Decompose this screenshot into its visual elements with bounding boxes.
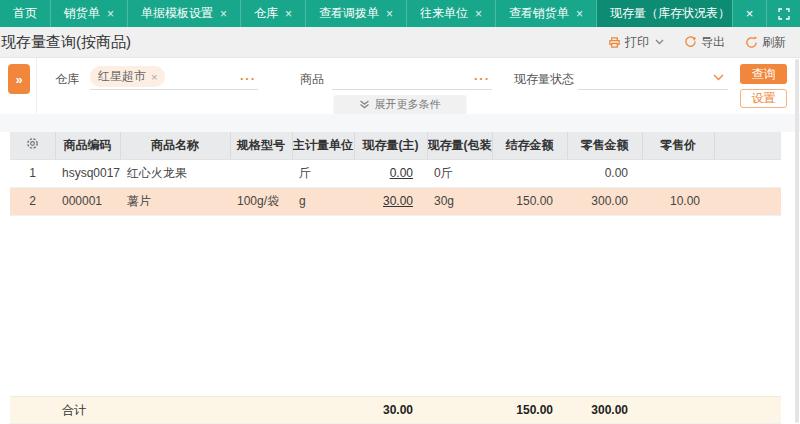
print-label: 打印: [625, 34, 649, 51]
export-icon: [684, 36, 697, 49]
status-select[interactable]: [578, 64, 728, 90]
warehouse-input[interactable]: 红星超市 × ···: [90, 64, 258, 90]
totals-qty-main: 30.00: [354, 397, 427, 424]
table-row[interactable]: 1hsysq0017...红心火龙果斤0.000斤0.00: [10, 159, 781, 187]
column-header[interactable]: 现存量(包装): [427, 132, 492, 159]
table-body: 1hsysq0017...红心火龙果斤0.000斤0.002000001薯片10…: [10, 159, 781, 215]
column-header[interactable]: 规格型号: [230, 132, 292, 159]
cell-unit: 斤: [292, 159, 354, 187]
tab-item[interactable]: 首页: [0, 0, 51, 27]
column-settings-button[interactable]: [10, 132, 55, 159]
cell-filler: [714, 159, 781, 187]
tab-item[interactable]: 销货单×: [51, 0, 128, 27]
tab-label: 单据模板设置: [141, 5, 213, 22]
tab-label: 查看销货单: [509, 5, 569, 22]
table-header-row: 商品编码商品名称规格型号主计量单位现存量(主)现存量(包装)结存金额零售金额零售…: [10, 132, 781, 159]
warehouse-tag: 红星超市 ×: [90, 66, 165, 87]
tab-item[interactable]: 查看销货单×: [496, 0, 597, 27]
cell-retail-amount: 0.00: [567, 159, 642, 187]
page-title: 现存量查询(按商品): [1, 33, 608, 52]
cell-spec: [230, 159, 292, 187]
warehouse-lookup-icon[interactable]: ···: [240, 71, 256, 86]
cell-name: 红心火龙果: [120, 159, 230, 187]
tab-close-icon[interactable]: ×: [285, 7, 292, 21]
column-header[interactable]: 零售金额: [567, 132, 642, 159]
tab-close-icon[interactable]: ×: [386, 7, 393, 21]
tab-close-icon[interactable]: ×: [220, 7, 227, 21]
product-input[interactable]: ···: [332, 64, 492, 90]
warehouse-tag-label: 红星超市: [98, 68, 146, 85]
export-button[interactable]: 导出: [684, 34, 725, 51]
refresh-icon: [745, 36, 758, 49]
cell-retail-amount: 300.00: [567, 187, 642, 215]
cell-qty-main: 30.00: [354, 187, 427, 215]
printer-icon: [608, 36, 621, 49]
settings-button[interactable]: 设置: [740, 89, 787, 108]
table-row[interactable]: 2000001薯片100g/袋g30.0030g150.00300.0010.0…: [10, 187, 781, 215]
column-header[interactable]: 结存金额: [492, 132, 567, 159]
refresh-label: 刷新: [762, 34, 786, 51]
cell-balance-amount: 150.00: [492, 187, 567, 215]
double-chevron-right-icon: »: [15, 72, 22, 87]
vertical-scrollbar[interactable]: [795, 59, 799, 423]
tab-label: 现存量（库存状况表）: [610, 5, 730, 22]
tab-close-icon[interactable]: ×: [107, 7, 114, 21]
column-header[interactable]: 零售价: [642, 132, 714, 159]
tab-label: 查看调拨单: [319, 5, 379, 22]
totals-row: 合计 30.00 150.00 300.00: [10, 397, 781, 424]
export-label: 导出: [701, 34, 725, 51]
tag-remove-icon[interactable]: ×: [151, 71, 157, 83]
cell-spec: 100g/袋: [230, 187, 292, 215]
cell-code: 000001: [55, 187, 120, 215]
tab-active[interactable]: 现存量（库存状况表）×: [597, 0, 732, 27]
cell-retail-price: [642, 159, 714, 187]
totals-empty-cell: [10, 397, 55, 424]
tab-item[interactable]: 单据模板设置×: [128, 0, 241, 27]
cell-qty-pack: 30g: [427, 187, 492, 215]
tab-item[interactable]: 往来单位×: [407, 0, 496, 27]
tab-label: 往来单位: [420, 5, 468, 22]
cell-balance-amount: [492, 159, 567, 187]
query-button[interactable]: 查询: [740, 64, 787, 84]
fullscreen-icon[interactable]: [766, 0, 800, 27]
tab-bar: 首页销货单×单据模板设置×仓库×查看调拨单×往来单位×查看销货单×现存量（库存状…: [0, 0, 800, 27]
tab-bar-controls: ×: [732, 0, 800, 27]
tab-label: 仓库: [254, 5, 278, 22]
tab-label: 首页: [13, 5, 37, 22]
tab-close-icon[interactable]: ×: [576, 7, 583, 21]
print-button[interactable]: 打印: [608, 34, 664, 51]
column-header[interactable]: 商品名称: [120, 132, 230, 159]
qty-main-link[interactable]: 30.00: [383, 194, 413, 208]
tab-item[interactable]: 查看调拨单×: [306, 0, 407, 27]
product-lookup-icon[interactable]: ···: [474, 71, 490, 86]
tab-item[interactable]: 仓库×: [241, 0, 306, 27]
toolbar-actions: 打印 导出 刷新: [608, 34, 786, 51]
status-label: 现存量状态: [514, 71, 574, 88]
double-chevron-down-icon: [360, 100, 370, 109]
expand-more-conditions[interactable]: 展开更多条件: [334, 95, 467, 114]
column-header-filler: [714, 132, 781, 159]
totals-label: 合计: [55, 397, 120, 424]
qty-main-link[interactable]: 0.00: [390, 166, 413, 180]
collapse-panel-handle[interactable]: »: [8, 64, 30, 94]
spacer-band: [0, 114, 800, 132]
gear-icon: [26, 137, 39, 150]
panel-divider: [36, 58, 37, 114]
filter-panel: » 仓库 红星超市 × ··· 商品 ··· 现存量状态 查询 设置 展开更多条…: [0, 58, 800, 114]
cell-row-number: 1: [10, 159, 55, 187]
column-header[interactable]: 主计量单位: [292, 132, 354, 159]
cell-unit: g: [292, 187, 354, 215]
column-header[interactable]: 现存量(主): [354, 132, 427, 159]
cell-name: 薯片: [120, 187, 230, 215]
refresh-button[interactable]: 刷新: [745, 34, 786, 51]
chevron-down-icon[interactable]: [655, 39, 664, 45]
close-tab-icon[interactable]: ×: [732, 0, 766, 27]
cell-row-number: 2: [10, 187, 55, 215]
cell-filler: [714, 187, 781, 215]
column-header[interactable]: 商品编码: [55, 132, 120, 159]
tab-close-icon[interactable]: ×: [475, 7, 482, 21]
tab-bar-tabs: 首页销货单×单据模板设置×仓库×查看调拨单×往来单位×查看销货单×现存量（库存状…: [0, 0, 732, 27]
cell-qty-main: 0.00: [354, 159, 427, 187]
select-chevron-down-icon[interactable]: [713, 74, 724, 81]
totals-table: 合计 30.00 150.00 300.00: [10, 396, 781, 424]
